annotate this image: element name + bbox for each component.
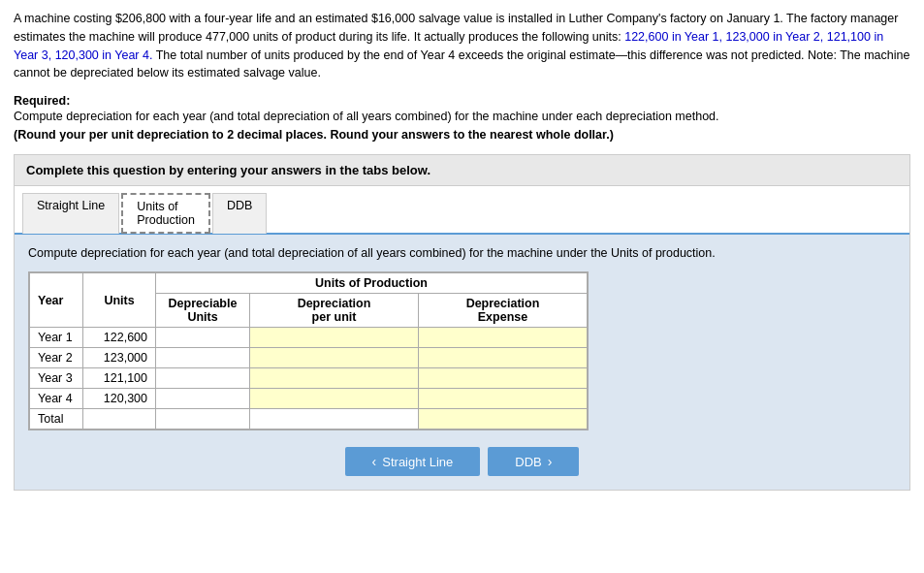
depreciation-table: Year Units Units of Production Depreciab… [29,272,588,430]
total-dep-expense-input[interactable] [427,412,579,426]
tab-content: Compute depreciation for each year (and … [15,235,909,491]
year-2-dep-per-unit-input[interactable] [258,351,410,365]
year-4-dep-expense-input[interactable] [427,392,579,405]
year-2-dep-expense-input[interactable] [427,351,579,365]
total-label: Total [30,409,83,430]
year-2-label: Year 2 [30,348,83,368]
col-group-header: Units of Production [156,273,588,294]
year-1-depreciable-units-input[interactable] [164,331,241,344]
year-1-dep-expense-input[interactable] [427,331,579,344]
year-3-label: Year 3 [30,368,83,389]
tab-straight-line[interactable]: Straight Line [22,193,119,234]
year-1-units: 122,600 [83,328,156,348]
year-4-label: Year 4 [30,389,83,409]
total-depreciable-units-input[interactable] [164,412,241,426]
table-row: Year 4 120,300 [30,389,588,409]
total-row: Total [30,409,588,430]
year-3-dep-per-unit-cell[interactable] [250,368,419,389]
year-3-depreciable-units-cell[interactable] [156,368,250,389]
tab-ddb[interactable]: DDB [212,193,267,234]
total-units [83,409,156,430]
year-1-dep-per-unit-input[interactable] [258,331,410,344]
col-header-year: Year [30,273,83,328]
total-depreciable-units-cell[interactable] [156,409,250,430]
data-table-wrapper: Year Units Units of Production Depreciab… [28,271,589,430]
col-header-units: Units [83,273,156,328]
table-row: Year 2 123,000 [30,348,588,368]
year-2-depreciable-units-input[interactable] [164,351,241,365]
tabs-container: Straight Line Units ofProduction DDB Com… [14,186,910,492]
prev-arrow-icon: ‹ [372,454,377,469]
required-section: Required: Compute depreciation for each … [14,94,910,144]
tabs-row: Straight Line Units ofProduction DDB [15,186,909,235]
year-1-depreciable-units-cell[interactable] [156,328,250,348]
tab-description: Compute depreciation for each year (and … [28,244,896,263]
year-1-dep-expense-cell[interactable] [419,328,588,348]
next-button[interactable]: DDB › [488,447,579,476]
col-header-dep-expense: DepreciationExpense [419,294,588,328]
year-3-dep-expense-input[interactable] [427,371,579,385]
year-2-dep-expense-cell[interactable] [419,348,588,368]
nav-buttons: ‹ Straight Line DDB › [28,447,896,476]
year-1-dep-per-unit-cell[interactable] [250,328,419,348]
next-button-label: DDB [515,455,541,469]
year-2-depreciable-units-cell[interactable] [156,348,250,368]
year-4-dep-per-unit-cell[interactable] [250,389,419,409]
total-dep-per-unit-cell [250,409,419,430]
year-3-dep-per-unit-input[interactable] [258,371,410,385]
table-row: Year 3 121,100 [30,368,588,389]
year-4-units: 120,300 [83,389,156,409]
year-4-depreciable-units-cell[interactable] [156,389,250,409]
next-arrow-icon: › [548,454,553,469]
year-4-depreciable-units-input[interactable] [164,392,241,405]
required-bold-text: (Round your per unit depreciation to 2 d… [14,128,614,142]
problem-text: A machine costing $206,800 with a four-y… [14,10,910,82]
total-dep-expense-cell[interactable] [419,409,588,430]
prev-button-label: Straight Line [382,455,453,469]
year-4-dep-per-unit-input[interactable] [258,392,410,405]
year-3-depreciable-units-input[interactable] [164,371,241,385]
year-1-label: Year 1 [30,328,83,348]
col-header-dep-per-unit: Depreciationper unit [250,294,419,328]
required-text: Compute depreciation for each year (and … [14,108,910,144]
year-3-dep-expense-cell[interactable] [419,368,588,389]
prev-button[interactable]: ‹ Straight Line [345,447,481,476]
year-2-units: 123,000 [83,348,156,368]
year-3-units: 121,100 [83,368,156,389]
year-4-dep-expense-cell[interactable] [419,389,588,409]
tab-units-of-production[interactable]: Units ofProduction [121,193,210,234]
year-2-dep-per-unit-cell[interactable] [250,348,419,368]
col-header-depreciable-units: DepreciableUnits [156,294,250,328]
required-label: Required: [14,94,910,108]
table-row: Year 1 122,600 [30,328,588,348]
question-box: Complete this question by entering your … [14,154,910,186]
